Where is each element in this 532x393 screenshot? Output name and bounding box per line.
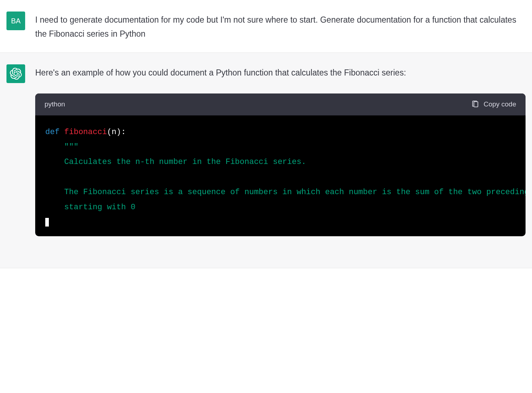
copy-code-button[interactable]: Copy code bbox=[471, 99, 516, 110]
code-token-punct: ): bbox=[116, 128, 126, 137]
copy-code-label: Copy code bbox=[484, 99, 516, 110]
code-block-header: python Copy code bbox=[35, 93, 526, 115]
code-body[interactable]: def fibonacci(n): """ Calculates the n-t… bbox=[35, 115, 526, 237]
user-message-row: BA I need to generate documentation for … bbox=[0, 0, 532, 53]
code-token-docstring: starting with 0 bbox=[64, 203, 135, 212]
code-token-docstring: Calculates the n-th number in the Fibona… bbox=[64, 157, 306, 166]
assistant-intro-text: Here's an example of how you could docum… bbox=[35, 66, 526, 80]
code-token-param: n bbox=[112, 128, 116, 137]
user-avatar: BA bbox=[6, 12, 25, 30]
typing-cursor bbox=[45, 218, 49, 227]
code-block: python Copy code def fibonacci(n): """ C… bbox=[35, 93, 526, 236]
clipboard-icon bbox=[471, 100, 479, 108]
code-language-label: python bbox=[45, 99, 65, 110]
assistant-message-row: Here's an example of how you could docum… bbox=[0, 53, 532, 268]
code-token-keyword: def bbox=[45, 128, 60, 137]
user-message-text: I need to generate documentation for my … bbox=[35, 12, 526, 41]
code-token-funcname: fibonacci bbox=[64, 128, 107, 137]
svg-rect-0 bbox=[474, 102, 478, 107]
user-avatar-initials: BA bbox=[11, 17, 21, 25]
code-token-docstring: """ bbox=[64, 142, 79, 151]
assistant-message-content: Here's an example of how you could docum… bbox=[35, 64, 526, 236]
code-token-punct: ( bbox=[107, 128, 112, 137]
code-token-docstring: The Fibonacci series is a sequence of nu… bbox=[64, 188, 526, 197]
openai-logo-icon bbox=[10, 68, 22, 80]
assistant-avatar bbox=[6, 64, 25, 83]
